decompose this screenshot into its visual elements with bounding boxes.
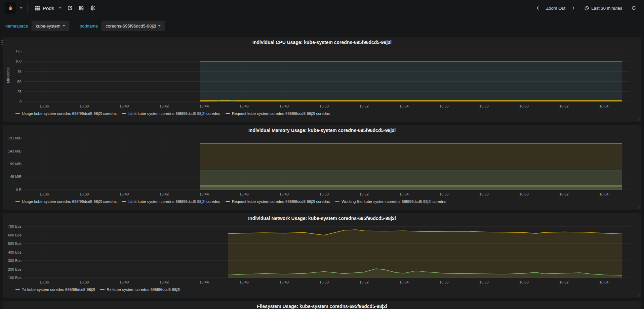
caret-down-icon <box>59 7 62 9</box>
time-shift-back-button[interactable] <box>532 4 543 12</box>
series-fill <box>200 187 622 190</box>
grafana-logo-icon <box>5 2 16 14</box>
y-axis-tick-label: 125 <box>15 49 22 53</box>
panel-title[interactable]: Individual Memory Usage: kube-system cor… <box>5 126 639 135</box>
x-axis-tick-label: 15:42 <box>160 104 169 108</box>
y-axis-tick-label: 75 <box>17 70 22 74</box>
x-axis-tick-label: 16:02 <box>559 104 569 108</box>
legend-label: Request kube-system coredns-695f96dcd5-9… <box>232 112 330 116</box>
panel-memory-usage: Individual Memory Usage: kube-system cor… <box>3 125 641 210</box>
x-axis-tick-label: 15:56 <box>439 104 449 108</box>
legend-item[interactable]: Working Set kube-system coredns-695f96dc… <box>335 200 446 204</box>
chevron-left-icon <box>535 6 540 10</box>
save-icon <box>79 5 84 11</box>
legend-label: Working Set kube-system coredns-695f96dc… <box>341 200 446 204</box>
panel-resize-handle[interactable] <box>637 293 640 297</box>
y-axis-tick-label: 50 <box>17 80 22 84</box>
time-range-label: Last 30 minutes <box>591 6 622 11</box>
legend-item[interactable]: Request kube-system coredns-695f96dcd5-9… <box>226 112 330 116</box>
legend-item[interactable]: Limit kube-system coredns-695f96dcd5-98j… <box>122 200 220 204</box>
series-color-dash <box>226 113 230 114</box>
x-axis-tick-label: 15:54 <box>399 104 409 108</box>
panel-title[interactable]: Individual Network Usage: kube-system co… <box>5 214 639 223</box>
x-axis-tick-label: 15:56 <box>439 280 449 284</box>
top-navbar: Pods <box>0 0 644 16</box>
cpu-usage-chart[interactable]: 025507510012515:3615:3815:4015:4215:4415… <box>5 47 639 111</box>
cpu-chart-legend: Usage kube-system coredns-695f96dcd5-98j… <box>5 111 639 116</box>
x-axis-tick-label: 15:46 <box>239 192 249 196</box>
memory-chart-legend: Usage kube-system coredns-695f96dcd5-98j… <box>5 198 639 204</box>
network-usage-chart[interactable]: 100 Bps200 Bps300 Bps400 Bps500 Bps600 B… <box>5 223 639 286</box>
x-axis-tick-label: 16:00 <box>519 192 529 196</box>
x-axis-tick-label: 15:52 <box>359 192 369 196</box>
panel-filesystem-usage: Filesystem Usage: kube-system coredns-69… <box>3 301 641 309</box>
time-range-picker-button[interactable]: Last 30 minutes <box>581 4 625 13</box>
x-axis-tick-label: 15:42 <box>160 280 169 284</box>
legend-label: Limit kube-system coredns-695f96dcd5-98j… <box>128 200 220 204</box>
x-axis-tick-label: 15:54 <box>399 280 409 284</box>
dashboard-picker-button[interactable]: Pods <box>32 3 64 13</box>
caret-down-icon <box>20 7 23 9</box>
series-fill <box>200 61 622 102</box>
panel-title[interactable]: Filesystem Usage: kube-system coredns-69… <box>5 302 639 309</box>
zoom-out-button[interactable]: Zoom Out <box>543 4 568 13</box>
memory-usage-chart[interactable]: 0 B48 MiB95 MiB143 MiB191 MiB15:3615:381… <box>5 135 639 198</box>
y-axis-tick-label: 300 Bps <box>8 259 22 263</box>
x-axis-tick-label: 16:02 <box>559 280 569 284</box>
row-drag-handle[interactable] <box>0 40 3 47</box>
panel-cpu-usage: Individual CPU Usage: kube-system coredn… <box>3 37 641 122</box>
share-icon <box>67 5 73 11</box>
x-axis-tick-label: 15:52 <box>359 104 369 108</box>
x-axis-tick-label: 15:48 <box>279 192 289 196</box>
x-axis-tick-label: 15:38 <box>80 192 89 196</box>
y-axis-tick-label: 600 Bps <box>8 233 22 237</box>
y-axis-tick-label: 0 <box>19 100 22 104</box>
refresh-icon <box>631 6 636 11</box>
x-axis-tick-label: 15:44 <box>199 104 209 108</box>
time-shift-forward-button[interactable] <box>568 4 579 12</box>
legend-label: Rx kube-system coredns-695f96dcd5-98j2l <box>107 288 180 292</box>
legend-item[interactable]: Usage kube-system coredns-695f96dcd5-98j… <box>15 112 117 116</box>
y-axis-tick-label: 143 MiB <box>8 149 22 153</box>
x-axis-tick-label: 15:46 <box>239 104 249 108</box>
y-axis-tick-label: 500 Bps <box>8 241 22 246</box>
y-axis-tick-label: 48 MiB <box>10 175 22 179</box>
navbar-separator <box>27 4 28 12</box>
series-color-dash <box>335 201 339 202</box>
caret-down-icon <box>63 25 65 27</box>
legend-item[interactable]: Rx kube-system coredns-695f96dcd5-98j2l <box>100 288 180 292</box>
legend-item[interactable]: Tx kube-system coredns-695f96dcd5-98j2l <box>15 288 95 292</box>
save-dashboard-button[interactable] <box>76 3 87 13</box>
legend-item[interactable]: Limit kube-system coredns-695f96dcd5-98j… <box>122 112 220 116</box>
panel-network-usage: Individual Network Usage: kube-system co… <box>3 213 641 298</box>
refresh-button[interactable] <box>628 4 639 13</box>
variable-podname-value: coredns-695f96dcd5-98j2l <box>106 24 156 29</box>
dashboard-settings-button[interactable] <box>87 3 98 13</box>
x-axis-tick-label: 15:38 <box>80 104 89 108</box>
grafana-dashboard-page: Pods <box>0 0 644 309</box>
x-axis-tick-label: 15:40 <box>120 104 129 108</box>
legend-item[interactable]: Usage kube-system coredns-695f96dcd5-98j… <box>15 200 117 204</box>
chevron-right-icon <box>571 6 576 10</box>
x-axis-tick-label: 15:48 <box>279 280 289 284</box>
grafana-menu-button[interactable] <box>5 2 23 14</box>
zoom-out-label: Zoom Out <box>546 6 565 11</box>
y-axis-tick-label: 200 Bps <box>8 267 22 271</box>
x-axis-tick-label: 15:50 <box>319 280 329 284</box>
panel-resize-handle[interactable] <box>637 205 640 209</box>
x-axis-tick-label: 15:36 <box>40 192 49 196</box>
x-axis-tick-label: 15:42 <box>160 192 169 196</box>
x-axis-tick-label: 15:58 <box>479 280 489 284</box>
share-dashboard-button[interactable] <box>64 3 76 13</box>
panel-resize-handle[interactable] <box>637 117 640 121</box>
variable-namespace-value: kube-system <box>36 24 61 29</box>
legend-label: Limit kube-system coredns-695f96dcd5-98j… <box>128 112 220 116</box>
panel-title[interactable]: Individual CPU Usage: kube-system coredn… <box>5 38 639 47</box>
gear-icon <box>90 5 95 11</box>
x-axis-tick-label: 16:04 <box>599 104 609 108</box>
legend-item[interactable]: Request kube-system coredns-695f96dcd5-9… <box>226 200 330 204</box>
x-axis-tick-label: 15:46 <box>239 280 249 284</box>
namespace-dropdown[interactable]: kube-system <box>31 21 70 31</box>
podname-dropdown[interactable]: coredns-695f96dcd5-98j2l <box>101 21 165 31</box>
legend-label: Usage kube-system coredns-695f96dcd5-98j… <box>22 200 117 204</box>
